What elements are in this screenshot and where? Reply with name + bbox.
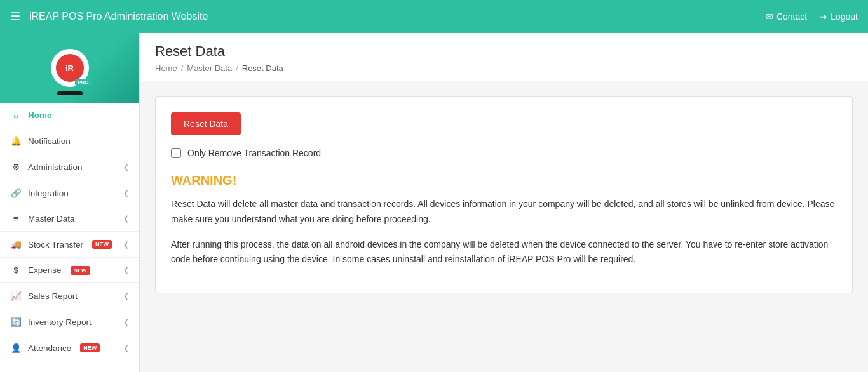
sidebar-label-integration: Integration [28,189,69,198]
warning-text-1: Reset Data will delete all master data a… [171,197,837,227]
stock-transfer-icon: 🚚 [10,239,22,249]
sidebar-label-administration: Administration [28,163,83,172]
only-remove-transaction-checkbox[interactable] [171,148,181,158]
app-title: iREAP POS Pro Administration Website [29,11,766,22]
inventory-report-icon: 🔄 [10,317,22,327]
main-layout: iR PRO ⌂ Home 🔔 Notification [0,33,868,372]
chevron-administration: ❮ [123,163,129,171]
breadcrumb-sep1: / [181,63,184,73]
breadcrumb-home[interactable]: Home [155,63,177,73]
sidebar-label-expense: Expense [28,265,62,275]
notification-icon: 🔔 [10,136,22,146]
sidebar: iR PRO ⌂ Home 🔔 Notification [0,33,140,372]
master-data-icon: ≡ [10,214,22,223]
sidebar-item-expense[interactable]: $ Expense NEW ❮ [0,258,139,283]
badge-expense: NEW [71,266,90,275]
breadcrumb-current: Reset Data [242,63,283,73]
home-icon: ⌂ [10,110,22,120]
sidebar-label-master-data: Master Data [28,214,75,223]
content-header: Reset Data Home / Master Data / Reset Da… [140,33,868,81]
user-name-bar [57,91,83,95]
integration-icon: 🔗 [10,188,22,198]
sidebar-label-sales-report: Sales Report [28,291,78,301]
sidebar-item-integration[interactable]: 🔗 Integration ❮ [0,180,139,206]
badge-stock-transfer: NEW [92,240,112,249]
logout-label: Logout [831,11,858,22]
breadcrumb: Home / Master Data / Reset Data [155,63,853,73]
badge-attendance: NEW [80,343,100,352]
checkbox-label: Only Remove Transaction Record [187,148,321,158]
main-card: Reset Data Only Remove Transaction Recor… [155,96,853,293]
sidebar-item-administration[interactable]: ⚙ Administration ❮ [0,154,139,180]
administration-icon: ⚙ [10,162,22,172]
sidebar-item-inventory-report[interactable]: 🔄 Inventory Report ❮ [0,309,139,335]
sidebar-logo: iR PRO [0,33,139,103]
checkbox-row: Only Remove Transaction Record [171,148,837,158]
warning-title: WARNING! [171,173,837,188]
attendance-icon: 👤 [10,343,22,353]
chevron-inventory-report: ❮ [123,318,129,326]
sidebar-label-notification: Notification [28,136,71,146]
chevron-integration: ❮ [123,189,129,197]
warning-text-2: After running this process, the data on … [171,237,837,268]
sales-report-icon: 📈 [10,291,22,301]
sidebar-item-master-data[interactable]: ≡ Master Data ❮ [0,206,139,232]
chevron-sales-report: ❮ [123,292,129,300]
sidebar-item-stock-transfer[interactable]: 🚚 Stock Transfer NEW ❮ [0,232,139,258]
hamburger-icon[interactable]: ☰ [10,10,20,23]
sidebar-label-stock-transfer: Stock Transfer [28,240,83,249]
topbar: ☰ iREAP POS Pro Administration Website ✉… [0,0,868,33]
reset-data-button[interactable]: Reset Data [171,112,241,135]
pro-badge: PRO [75,79,91,86]
contact-icon: ✉ [766,11,773,22]
chevron-master-data: ❮ [123,215,129,223]
logout-link[interactable]: ➜ Logout [820,11,858,22]
chevron-stock-transfer: ❮ [123,241,129,249]
sidebar-label-attendance: Attendance [28,343,71,353]
sidebar-nav: ⌂ Home 🔔 Notification ⚙ Administration ❮ [0,103,139,361]
logo-inner: iR [56,54,84,82]
contact-link[interactable]: ✉ Contact [766,11,807,22]
sidebar-item-notification[interactable]: 🔔 Notification [0,128,139,154]
page-title: Reset Data [155,43,853,60]
topbar-actions: ✉ Contact ➜ Logout [766,11,858,22]
sidebar-item-home[interactable]: ⌂ Home [0,103,139,128]
breadcrumb-master-data[interactable]: Master Data [187,63,232,73]
content-area: Reset Data Home / Master Data / Reset Da… [140,33,868,372]
chevron-expense: ❮ [123,266,129,274]
content-body: Reset Data Only Remove Transaction Recor… [140,81,868,309]
logout-icon: ➜ [820,11,827,22]
sidebar-label-home: Home [28,110,52,120]
breadcrumb-sep2: / [236,63,238,73]
sidebar-label-inventory-report: Inventory Report [28,317,92,327]
sidebar-item-attendance[interactable]: 👤 Attendance NEW ❮ [0,335,139,361]
chevron-attendance: ❮ [123,344,129,352]
logo-circle: iR PRO [51,49,89,87]
contact-label: Contact [776,11,807,22]
expense-icon: $ [10,265,22,275]
sidebar-item-sales-report[interactable]: 📈 Sales Report ❮ [0,283,139,309]
